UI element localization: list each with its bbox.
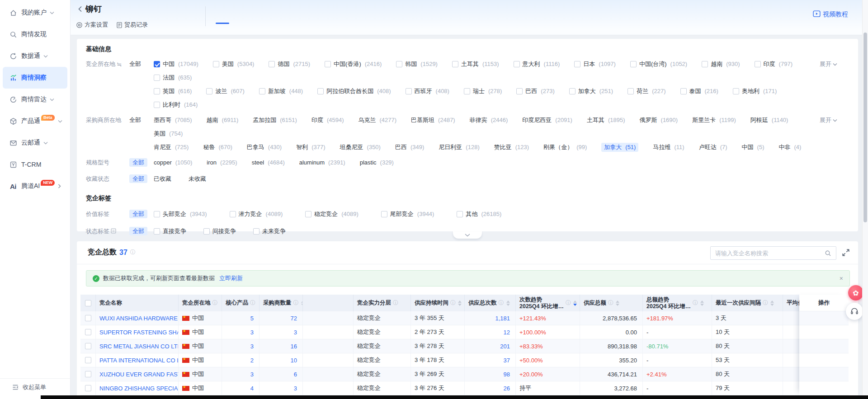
- checkbox[interactable]: [259, 88, 265, 94]
- sidebar-item[interactable]: T-CRM: [3, 154, 67, 175]
- list-icon[interactable]: [111, 228, 116, 234]
- spec-option[interactable]: iron (2295): [207, 158, 237, 167]
- country-checkbox-option[interactable]: 荷兰 (227): [627, 87, 665, 96]
- info-icon[interactable]: ⓘ: [450, 299, 456, 307]
- checkbox[interactable]: [154, 88, 160, 94]
- country-checkbox-option[interactable]: 中国 (17049): [154, 60, 198, 69]
- checkbox[interactable]: [516, 88, 523, 94]
- info-icon[interactable]: ⓘ: [763, 299, 768, 307]
- tag-checkbox-option[interactable]: 尾部竞企 (3944): [381, 210, 434, 219]
- country-text-option[interactable]: 尼日利亚 (128): [439, 143, 479, 152]
- column-header[interactable]: 次数趋势2025Q4 环比增… ⓘ: [516, 295, 580, 311]
- checkbox[interactable]: [406, 88, 412, 94]
- tag-checkbox-option[interactable]: 未来竞争: [253, 227, 286, 236]
- cell-company-name[interactable]: SUPERTOR FASTENING SHANGHAI...: [96, 325, 179, 339]
- checkbox[interactable]: [230, 211, 236, 217]
- tag-checkbox-option[interactable]: 其他 (26185): [457, 210, 501, 219]
- cell-company-name[interactable]: SRC METAL JIASHAN CO LTD: [96, 339, 179, 353]
- country-checkbox-option[interactable]: 奥地利 (171): [733, 87, 777, 96]
- sort-icon[interactable]: [573, 300, 577, 306]
- checkbox[interactable]: [755, 61, 761, 67]
- country-text-option[interactable]: 赞比亚 (123): [494, 143, 529, 152]
- country-text-option[interactable]: 印度尼西亚 (2091): [522, 116, 572, 125]
- spec-option[interactable]: copper (1050): [154, 158, 192, 167]
- filter-all-option[interactable]: 全部: [129, 158, 154, 167]
- country-checkbox-option[interactable]: 瑞士 (278): [464, 87, 502, 96]
- banner-close-icon[interactable]: ×: [840, 275, 843, 282]
- scrollbar-thumb[interactable]: [863, 33, 867, 222]
- checkbox[interactable]: [154, 102, 160, 108]
- row-checkbox[interactable]: [85, 329, 91, 335]
- sidebar-item[interactable]: 产品通 Beta: [3, 110, 67, 132]
- info-icon[interactable]: ⓘ: [566, 299, 571, 307]
- country-text-option[interactable]: 阿根廷 (1140): [750, 116, 788, 125]
- country-checkbox-option[interactable]: 韩国 (1529): [396, 60, 438, 69]
- sort-icon[interactable]: [458, 300, 462, 306]
- checkbox[interactable]: [253, 228, 259, 235]
- cell-buyer-count[interactable]: 3: [259, 325, 303, 339]
- checkbox[interactable]: [154, 75, 160, 81]
- checkbox[interactable]: [154, 61, 160, 67]
- column-header[interactable]: 供应持续时间 ⓘ: [411, 295, 465, 311]
- cell-company-name[interactable]: XUZHOU EVER GRAND FASTENERS...: [96, 367, 179, 381]
- cell-core-products[interactable]: 3: [222, 367, 259, 381]
- quick-link[interactable]: 贸易记录: [116, 21, 148, 29]
- row-checkbox[interactable]: [85, 371, 91, 377]
- country-checkbox-option[interactable]: 加拿大 (251): [569, 87, 613, 96]
- filter-all-option[interactable]: 全部: [129, 60, 154, 69]
- country-text-option[interactable]: 墨西哥 (7085): [154, 116, 192, 125]
- search-input[interactable]: [715, 250, 825, 257]
- country-text-option[interactable]: 印度 (4594): [311, 116, 344, 125]
- cell-company-name[interactable]: NINGBO ZHISHANG SPECIAL FAST...: [96, 381, 179, 395]
- info-icon[interactable]: ⓘ: [250, 299, 255, 307]
- country-text-option[interactable]: 乌克兰 (4277): [358, 116, 396, 125]
- country-checkbox-option[interactable]: 英国 (616): [154, 87, 192, 96]
- checkbox[interactable]: [269, 61, 275, 67]
- sidebar-item[interactable]: 我的账户: [3, 2, 67, 23]
- checkbox[interactable]: [514, 61, 520, 67]
- row-checkbox[interactable]: [85, 315, 91, 321]
- country-text-option[interactable]: 越南 (6911): [207, 116, 239, 125]
- info-icon[interactable]: ⓘ: [499, 299, 504, 307]
- sidebar-item[interactable]: 云邮通: [3, 132, 67, 154]
- checkbox[interactable]: [213, 61, 219, 67]
- sidebar-item[interactable]: Ai 腾道AI NEW: [3, 175, 67, 197]
- search-icon[interactable]: [825, 250, 831, 257]
- sidebar-item[interactable]: 商情雷达: [3, 89, 67, 110]
- cell-core-products[interactable]: 3: [222, 325, 259, 339]
- country-checkbox-option[interactable]: 越南 (930): [702, 60, 740, 69]
- filter-all-option[interactable]: 全部: [129, 174, 154, 183]
- country-text-option[interactable]: 菲律宾 (2446): [470, 116, 508, 125]
- swap-icon[interactable]: ≒: [117, 60, 122, 69]
- quick-link[interactable]: 方案设置: [76, 21, 108, 29]
- subtab[interactable]: [216, 20, 229, 24]
- country-text-option[interactable]: 斯里兰卡 (1199): [692, 116, 736, 125]
- checkbox[interactable]: [457, 211, 463, 217]
- collapse-filter-handle[interactable]: [453, 231, 482, 239]
- column-header[interactable]: 竞企所在地 ⓘ: [179, 295, 222, 311]
- cell-core-products[interactable]: 4: [222, 381, 259, 395]
- video-tutorial-link[interactable]: 视频教程: [813, 10, 848, 19]
- checkbox[interactable]: [680, 88, 687, 94]
- country-text-option[interactable]: 土耳其 (1895): [587, 116, 625, 125]
- checkbox[interactable]: [569, 88, 576, 94]
- column-header[interactable]: 竞企名称: [96, 295, 179, 311]
- spec-option[interactable]: plastic (329): [360, 158, 394, 167]
- column-header[interactable]: [303, 295, 354, 311]
- country-checkbox-option[interactable]: 比利时 (164): [154, 100, 198, 109]
- column-header[interactable]: 最近一次供应间隔 ⓘ: [712, 295, 783, 311]
- cell-buyer-count[interactable]: 6: [259, 367, 303, 381]
- filter-all-option[interactable]: 全部: [129, 227, 154, 236]
- country-checkbox-option[interactable]: 巴西 (273): [516, 87, 554, 96]
- checkbox[interactable]: [574, 61, 580, 67]
- cell-buyer-count[interactable]: 10: [259, 353, 303, 367]
- country-text-option[interactable]: 孟加拉国 (6151): [253, 116, 297, 125]
- promo-float-icon[interactable]: ✿: [848, 285, 863, 300]
- cell-supply-count[interactable]: 12: [465, 325, 516, 339]
- cell-company-name[interactable]: WUXI ANSHIDA HARDWARE CO LTD: [96, 311, 179, 325]
- favorite-option[interactable]: 未收藏: [189, 174, 206, 183]
- checkbox[interactable]: [325, 61, 331, 67]
- country-checkbox-option[interactable]: 印度 (797): [755, 60, 793, 69]
- checkbox[interactable]: [627, 88, 634, 94]
- country-checkbox-option[interactable]: 德国 (2715): [269, 60, 310, 69]
